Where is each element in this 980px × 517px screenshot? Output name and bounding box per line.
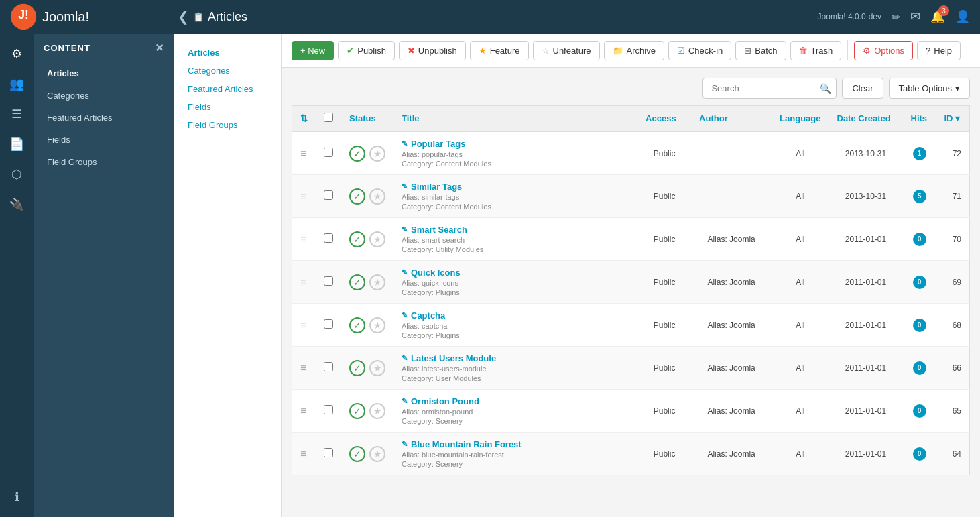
status-published-icon[interactable]: ✓ — [349, 188, 365, 205]
submenu-item-fields[interactable]: Fields — [174, 98, 281, 116]
article-alias: Alias: blue-mountain-rain-forest — [402, 451, 629, 459]
row-checkbox-cell[interactable] — [316, 218, 341, 261]
unfeature-button[interactable]: ☆ Unfeature — [533, 41, 600, 60]
drag-handle-icon[interactable]: ≡ — [300, 362, 306, 374]
article-title-link[interactable]: ✎ Smart Search — [402, 225, 629, 235]
row-checkbox-cell[interactable] — [316, 175, 341, 218]
status-featured-icon[interactable]: ★ — [369, 146, 385, 162]
row-checkbox-cell[interactable] — [316, 304, 341, 347]
publish-button[interactable]: ✔ Publish — [338, 41, 395, 60]
options-button[interactable]: ⚙ Options — [854, 41, 913, 60]
th-status[interactable]: Status — [341, 106, 393, 132]
sidebar-icon-components[interactable]: ⬡ — [3, 161, 30, 188]
unpublish-button[interactable]: ✖ Unpublish — [399, 41, 466, 60]
submenu-item-categories[interactable]: Categories — [174, 62, 281, 80]
trash-icon: 🗑 — [799, 46, 808, 56]
article-title-link[interactable]: ✎ Similar Tags — [402, 182, 629, 192]
submenu-item-field-groups[interactable]: Field Groups — [174, 116, 281, 134]
sidebar-icon-users[interactable]: 👥 — [3, 70, 30, 97]
sidebar-item-field-groups[interactable]: Field Groups — [34, 151, 174, 173]
mail-icon[interactable]: ✉ — [910, 9, 920, 24]
edit-icon[interactable]: ✏ — [892, 11, 900, 23]
table-options-button[interactable]: Table Options ▾ — [889, 78, 971, 99]
drag-handle-icon[interactable]: ≡ — [300, 405, 306, 416]
row-checkbox-cell[interactable] — [316, 390, 341, 433]
th-title[interactable]: Title — [393, 106, 637, 132]
article-title-link[interactable]: ✎ Quick Icons — [402, 268, 629, 278]
status-featured-icon[interactable]: ★ — [369, 360, 385, 376]
topbar: J! Joomla! ❮ 📋 Articles Joomla! 4.0.0-de… — [0, 0, 980, 34]
th-author[interactable]: Author — [691, 106, 772, 132]
drag-handle-icon[interactable]: ≡ — [300, 276, 306, 288]
row-checkbox-cell[interactable] — [316, 261, 341, 304]
row-checkbox-cell[interactable] — [316, 347, 341, 390]
row-checkbox[interactable] — [324, 319, 333, 329]
drag-handle-icon[interactable]: ≡ — [300, 190, 306, 202]
th-language[interactable]: Language — [772, 106, 829, 132]
drag-handle-icon[interactable]: ≡ — [300, 148, 306, 159]
drag-handle-icon[interactable]: ≡ — [300, 319, 306, 331]
feature-button[interactable]: ★ Feature — [470, 41, 529, 60]
sidebar-item-fields[interactable]: Fields — [34, 129, 174, 151]
status-published-icon[interactable]: ✓ — [349, 146, 365, 162]
th-check[interactable] — [316, 106, 341, 132]
article-title-link[interactable]: ✎ Latest Users Module — [402, 353, 629, 363]
sidebar-item-featured-articles[interactable]: Featured Articles — [34, 107, 174, 129]
th-date-created[interactable]: Date Created — [829, 106, 903, 132]
sidebar-icon-menu[interactable]: ☰ — [3, 101, 30, 127]
notification-icon[interactable]: 🔔 3 — [930, 9, 945, 24]
archive-button[interactable]: 📁 Archive — [604, 41, 664, 60]
search-input[interactable] — [702, 78, 837, 99]
row-checkbox[interactable] — [324, 148, 333, 157]
status-published-icon[interactable]: ✓ — [349, 274, 365, 290]
back-button[interactable]: ❮ — [178, 9, 189, 25]
sidebar-icon-info[interactable]: ℹ — [3, 483, 30, 510]
sidebar-icon-content[interactable]: 📄 — [3, 131, 30, 158]
sidebar-item-articles[interactable]: Articles — [34, 62, 174, 84]
status-published-icon[interactable]: ✓ — [349, 317, 365, 333]
row-checkbox-cell[interactable] — [316, 433, 341, 475]
sidebar-icon-extensions[interactable]: 🔌 — [3, 191, 30, 218]
search-button[interactable]: 🔍 — [820, 83, 831, 94]
th-id[interactable]: ID ▾ — [936, 106, 970, 132]
row-checkbox[interactable] — [324, 448, 333, 457]
drag-handle-icon[interactable]: ≡ — [300, 448, 306, 459]
sidebar-item-categories[interactable]: Categories — [34, 84, 174, 107]
new-button[interactable]: + New — [292, 41, 334, 60]
status-featured-icon[interactable]: ★ — [369, 317, 385, 333]
drag-handle-icon[interactable]: ≡ — [300, 233, 306, 245]
trash-button[interactable]: 🗑 Trash — [790, 41, 842, 60]
submenu-item-articles[interactable]: Articles — [174, 44, 281, 62]
row-checkbox[interactable] — [324, 276, 333, 286]
status-featured-icon[interactable]: ★ — [369, 231, 385, 247]
status-published-icon[interactable]: ✓ — [349, 360, 365, 376]
batch-button[interactable]: ⊟ Batch — [735, 41, 786, 60]
help-button[interactable]: ? Help — [917, 41, 961, 60]
row-checkbox[interactable] — [324, 362, 333, 371]
th-access[interactable]: Access — [637, 106, 691, 132]
select-all-checkbox[interactable] — [324, 113, 333, 122]
clear-button[interactable]: Clear — [842, 78, 883, 99]
row-checkbox-cell[interactable] — [316, 131, 341, 175]
article-title-link[interactable]: ✎ Popular Tags — [402, 139, 629, 149]
status-published-icon[interactable]: ✓ — [349, 446, 365, 462]
status-featured-icon[interactable]: ★ — [369, 188, 385, 205]
status-featured-icon[interactable]: ★ — [369, 403, 385, 419]
row-checkbox[interactable] — [324, 233, 333, 243]
th-hits[interactable]: Hits — [903, 106, 936, 132]
user-icon[interactable]: 👤 — [955, 9, 970, 24]
article-alias: Alias: latest-users-module — [402, 365, 629, 373]
status-featured-icon[interactable]: ★ — [369, 274, 385, 290]
status-featured-icon[interactable]: ★ — [369, 446, 385, 462]
status-published-icon[interactable]: ✓ — [349, 403, 365, 419]
article-title-link[interactable]: ✎ Captcha — [402, 310, 629, 321]
checkin-button[interactable]: ☑ Check-in — [668, 41, 731, 60]
row-checkbox[interactable] — [324, 190, 333, 200]
status-published-icon[interactable]: ✓ — [349, 231, 365, 247]
sidebar-icon-gear[interactable]: ⚙ — [3, 40, 30, 67]
row-checkbox[interactable] — [324, 405, 333, 414]
article-title-link[interactable]: ✎ Ormiston Pound — [402, 396, 629, 406]
article-title-link[interactable]: ✎ Blue Mountain Rain Forest — [402, 439, 629, 449]
submenu-item-featured-articles[interactable]: Featured Articles — [174, 80, 281, 98]
sidebar-close-button[interactable]: ✕ — [155, 42, 164, 54]
